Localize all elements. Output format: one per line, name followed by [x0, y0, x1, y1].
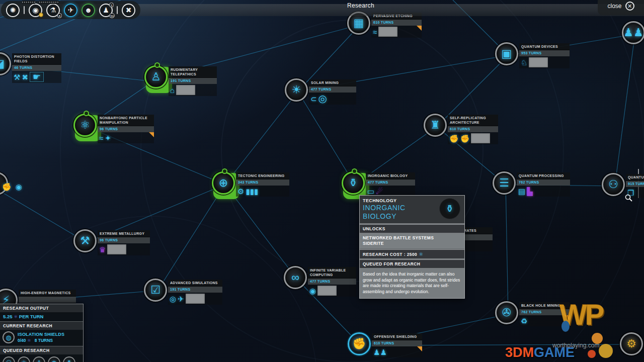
tech-turns: 610 TURNS — [371, 20, 422, 26]
quantum-processing-icon: ☰ — [499, 177, 509, 189]
tech-label-box: PERVASIVE ETCHING610 TURNS≈ — [371, 13, 422, 38]
tech-label-box: QUANTUM PROCESSING762 TURNS▤▙ — [517, 172, 570, 197]
tech-name: HIGH-ENERGY MAGNETICS — [19, 290, 76, 297]
molecule-tech-icon[interactable]: ⚛ — [18, 356, 30, 362]
count-badge: 50 — [109, 13, 115, 18]
system-management-icon-glyph: ⚗ — [50, 7, 56, 14]
tech-circle-icon: ☀ — [285, 78, 308, 102]
empire-overview-icon-glyph: ◉ — [32, 7, 38, 14]
toolbar-chip — [39, 1, 59, 4]
tech-circle-icon: ♟♟ — [622, 21, 644, 44]
fist-icon: ✊ — [2, 183, 12, 191]
tectonic-tech-icon[interactable]: ⊕ — [48, 356, 60, 362]
close-button[interactable]: close ✕ — [598, 0, 644, 15]
research-output-value: 5.25 ⚛ PER TURN — [0, 312, 83, 321]
tech-unlock-row: ✊✊ — [448, 132, 498, 144]
tech-turns: 915 TURNS — [626, 181, 644, 187]
connection-edge — [0, 191, 87, 242]
tooltip-queued-label: QUEUED FOR RESEARCH — [360, 259, 464, 269]
current-research-name: ISOLATION SHIELDS — [18, 332, 64, 337]
tech-circle-icon: ⊕ — [212, 171, 235, 195]
crown-basket-icon: ♛ — [99, 246, 106, 253]
mascot-blob — [588, 350, 596, 358]
empty-unlock-slot — [529, 57, 548, 67]
queued-research-header: QUEUED RESEARCH — [0, 346, 83, 354]
tech-circle-icon: ♜ — [424, 114, 447, 137]
tech-unlock-row: ⊂◎ — [309, 93, 356, 105]
tech-name: QUANTUM — [626, 174, 644, 181]
tech-name: PHOTON DISTORTION FIELDS — [12, 53, 61, 65]
diplomacy-icon[interactable]: ☻ — [82, 4, 95, 17]
tech-circle-icon: ✊ — [348, 332, 371, 355]
advanced-simulations-icon: ☑ — [150, 285, 160, 296]
tech-circle-icon: ☑ — [144, 279, 167, 302]
tech-unlock-row: ◎✈ — [168, 293, 222, 305]
queue-order-badge — [352, 168, 357, 174]
tech-name: INFINITE VARIABLE COMPUTING — [308, 267, 356, 279]
output-suffix: PER TURN — [19, 314, 44, 319]
population-icon[interactable]: ♟503 — [99, 4, 113, 17]
quantum-devices-icon: ▣ — [502, 48, 512, 59]
crystal-tech-icon[interactable]: ⚱ — [63, 356, 75, 362]
empire-overview-icon[interactable]: ◉ — [29, 4, 42, 17]
military-icon[interactable]: ✖ — [122, 4, 135, 17]
quantum-offscreen-right-icon: ⚇ — [608, 179, 618, 190]
photon-distortion-fields-icon: ◪ — [0, 58, 5, 69]
box-eye-icon: ◉ — [309, 287, 316, 295]
empty-unlock-slot — [176, 85, 195, 95]
tech-label-box: SOLAR MINING477 TURNS⊂◎ — [309, 79, 356, 105]
tooltip-description: Based on the idea that inorganic matter … — [360, 269, 464, 298]
empty-unlock-slot — [317, 286, 337, 296]
game-text: GAME — [534, 345, 575, 360]
tech-turns: 46 TURNS — [12, 65, 61, 71]
isolation-shields-icon: ◍ — [3, 331, 15, 343]
system-management-icon[interactable]: ⚗8 — [46, 4, 60, 17]
tech-turns: 477 TURNS — [308, 279, 356, 285]
self-replicating-architecture-icon: ♜ — [430, 120, 440, 131]
tooltip-tech-icon: ⚱ — [439, 198, 460, 219]
pervasive-etching-icon: ▦ — [354, 18, 364, 29]
wp-logo-dot — [561, 321, 570, 332]
tech-name: SELF-REPLICATING ARCHITECTURE — [448, 115, 498, 126]
android-tech-icon[interactable]: ⚇ — [3, 356, 15, 362]
tech-circle-icon: ⚇ — [602, 173, 625, 196]
tech-unlock-row: ⚙▮▮▮ — [236, 186, 289, 197]
fleet-icon[interactable]: ✈ — [64, 4, 77, 17]
eye-icon: ◉ — [16, 183, 22, 191]
tech-unlock-row: ♛ — [98, 243, 150, 255]
crowd-icon: ♟♟ — [373, 348, 387, 356]
cursor-zoom-icon — [625, 194, 633, 202]
empty-unlock-slot — [378, 27, 397, 37]
toolbar-separator — [24, 6, 25, 14]
tech-circle-icon: ⚱ — [342, 171, 365, 195]
diplomacy-icon-glyph: ☻ — [85, 7, 92, 14]
tech-name: NONBARYONIC PARTICLE MANIPULATION — [98, 115, 154, 126]
galaxy-view-icon-glyph: ✺ — [10, 7, 16, 14]
tech-circle-icon: ⚛ — [73, 114, 97, 137]
queue-order-badge — [154, 62, 160, 68]
research-status-panel: RESEARCH OUTPUT 5.25 ⚛ PER TURN CURRENT … — [0, 304, 84, 362]
science-atom-icon: ⚛ — [14, 314, 18, 319]
tech-label-box: INORGANIC BIOLOGY477 TURNS▭☄ — [366, 172, 415, 197]
tooltip-header: TECHNOLOGY INORGANIC BIOLOGY ⚱ — [360, 196, 464, 224]
infinite-variable-computing-icon: ∞ — [291, 272, 299, 283]
tech-label-box: QUANTUM DEVICES953 TURNS♘ — [519, 43, 570, 68]
pointing-hand-icon: ☛ — [30, 72, 44, 82]
science-atom-icon: ⚛ — [27, 338, 31, 343]
tech-turns: 610 TURNS — [372, 340, 422, 346]
3dmgame-watermark: 3DMGAME — [505, 345, 575, 360]
wp-watermark-logo: WP — [559, 298, 602, 331]
current-research-row[interactable]: ◍ ISOLATION SHIELDS 0/40 ⚛ 8 TURNS — [0, 330, 83, 346]
notify-corner — [417, 26, 422, 31]
connection-edge — [225, 92, 298, 185]
telepathics-tech-icon[interactable]: ♙ — [33, 356, 45, 362]
page-title: Research — [347, 2, 374, 9]
current-research-header: CURRENT RESEARCH — [0, 321, 83, 330]
turns-remaining: 8 TURNS — [35, 338, 53, 343]
military-icon-glyph: ✖ — [126, 7, 132, 14]
galaxy-view-icon[interactable]: ✺ — [6, 4, 20, 17]
notify-corner — [149, 132, 154, 137]
tech-name: RUDIMENTARY TELEPATHICS — [169, 66, 217, 78]
fist-icon: ✊ — [460, 135, 470, 142]
tech-label-box: PHOTON DISTORTION FIELDS46 TURNS⚒✖☛ — [12, 53, 61, 83]
